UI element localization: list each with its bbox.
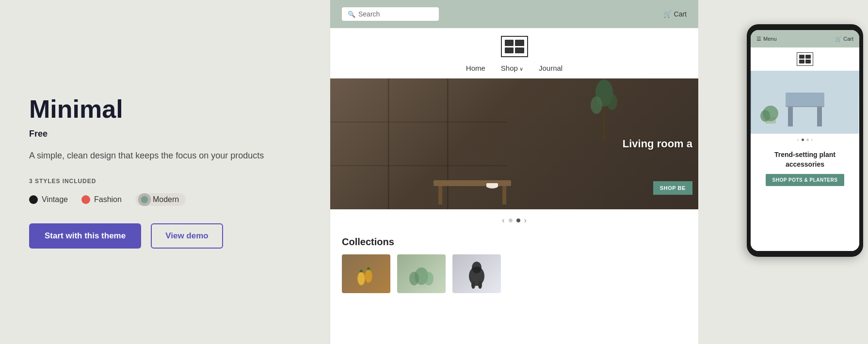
hero-dot-1[interactable] (509, 219, 513, 222)
search-placeholder: Search (358, 10, 380, 18)
collection-card-bird[interactable] (452, 254, 501, 293)
phone-logo-cell-4 (805, 60, 811, 63)
svg-rect-31 (786, 93, 824, 106)
theme-price: Free (29, 129, 301, 139)
search-box[interactable]: 🔍 Search (342, 7, 439, 21)
phone-text-section: Trend-setting plant accessories SHOP POT… (751, 145, 859, 251)
search-icon: 🔍 (348, 11, 355, 18)
styles-label: 3 STYLES INCLUDED (29, 178, 301, 185)
bird-icon (460, 257, 494, 291)
svg-point-24 (471, 281, 475, 289)
hero-dots: ‹ › (330, 209, 698, 229)
hero-background: Living room a SHOP BE (330, 78, 698, 209)
phone-menu-link[interactable]: ☰ Menu (756, 36, 777, 42)
phone-hero (751, 71, 859, 134)
phone-prev-arrow[interactable]: ‹ (797, 137, 799, 142)
cart-link[interactable]: 🛒 Cart (663, 10, 687, 18)
styles-row: Vintage Fashion Modern (29, 193, 301, 206)
phone-mockup: ☰ Menu 🛒 Cart (747, 24, 863, 257)
collection-card-pineapples[interactable] (342, 254, 390, 293)
view-demo-button[interactable]: View demo (151, 223, 223, 249)
logo-cell-3 (505, 47, 514, 54)
hero-next-arrow[interactable]: › (524, 216, 527, 225)
svg-rect-4 (603, 103, 605, 141)
buttons-row: Start with this theme View demo (29, 223, 301, 249)
svg-rect-27 (788, 107, 793, 126)
cart-icon: 🛒 (663, 10, 672, 18)
svg-point-20 (424, 272, 434, 285)
style-option-vintage[interactable]: Vintage (29, 195, 68, 204)
collection-card-plants[interactable] (397, 254, 446, 293)
hero-cup-svg (485, 179, 499, 189)
hamburger-icon: ☰ (756, 36, 761, 42)
desktop-mockup: 🔍 Search 🛒 Cart Home Shop Journal (330, 0, 698, 344)
nav-links: Home Shop Journal (466, 64, 563, 72)
hero-plant-svg (591, 78, 617, 141)
style-option-fashion[interactable]: Fashion (81, 195, 122, 204)
style-fashion-label: Fashion (94, 195, 122, 204)
dot-modern-icon (140, 195, 149, 204)
desktop-nav: Home Shop Journal (330, 28, 698, 78)
left-panel: Minimal Free A simple, clean design that… (0, 0, 330, 344)
svg-rect-12 (486, 183, 498, 187)
phone-heading: Trend-setting plant accessories (756, 150, 853, 169)
collections-title: Collections (342, 236, 687, 248)
phone-logo (797, 52, 813, 66)
cart-label: Cart (674, 10, 687, 18)
phone-logo-cell-2 (805, 55, 811, 59)
logo-cell-2 (515, 40, 524, 46)
phone-menu-label: Menu (763, 36, 777, 42)
collections-grid (342, 254, 687, 293)
style-vintage-label: Vintage (42, 195, 68, 204)
svg-point-7 (607, 94, 617, 110)
phone-logo-area (751, 47, 859, 71)
theme-title: Minimal (29, 95, 301, 123)
phone-hero-image (751, 71, 859, 134)
right-panel: 🔍 Search 🛒 Cart Home Shop Journal (330, 0, 868, 344)
style-option-modern[interactable]: Modern (135, 193, 186, 206)
phone-hero-svg (752, 71, 858, 134)
hero-shop-button[interactable]: SHOP BE (653, 181, 692, 195)
logo-cell-1 (505, 40, 514, 46)
nav-shop[interactable]: Shop (501, 64, 523, 72)
svg-point-14 (358, 272, 365, 285)
dot-vintage-icon (29, 195, 38, 204)
phone-logo-cell-1 (799, 55, 804, 59)
pineapples-icon (352, 257, 381, 291)
svg-point-22 (472, 262, 482, 273)
svg-point-23 (478, 281, 482, 289)
phone-screen: ☰ Menu 🛒 Cart (751, 30, 859, 251)
phone-dots: ‹ › (751, 134, 859, 145)
phone-cart-label: Cart (843, 36, 853, 42)
svg-point-34 (760, 110, 770, 122)
desktop-hero: Living room a SHOP BE (330, 78, 698, 209)
phone-logo-cell-3 (799, 60, 804, 63)
phone-topbar: ☰ Menu 🛒 Cart (751, 30, 859, 47)
hero-prev-arrow[interactable]: ‹ (502, 216, 504, 225)
phone-dot-2[interactable] (806, 139, 809, 141)
start-theme-button[interactable]: Start with this theme (29, 223, 141, 249)
svg-point-19 (409, 272, 419, 285)
svg-point-6 (591, 96, 602, 114)
phone-dot-1[interactable] (802, 139, 804, 141)
logo-cell-4 (515, 47, 524, 54)
hero-text: Living room a (623, 138, 698, 150)
svg-point-16 (365, 270, 372, 282)
theme-description: A simple, clean design that keeps the fo… (29, 149, 301, 163)
plants-icon (402, 257, 441, 291)
phone-shop-button[interactable]: SHOP POTS & PLANTERS (766, 174, 845, 186)
logo (501, 36, 528, 57)
svg-rect-10 (502, 186, 506, 204)
style-modern-label: Modern (153, 195, 179, 204)
svg-rect-28 (817, 107, 822, 126)
svg-rect-9 (438, 186, 442, 204)
phone-cart-icon: 🛒 (835, 36, 842, 42)
desktop-topbar: 🔍 Search 🛒 Cart (330, 0, 698, 28)
dot-fashion-icon (81, 195, 90, 204)
hero-dot-2[interactable] (516, 219, 520, 222)
phone-next-arrow[interactable]: › (811, 137, 813, 142)
phone-cart-link[interactable]: 🛒 Cart (835, 36, 853, 42)
nav-journal[interactable]: Journal (539, 64, 563, 72)
collections-section: Collections (330, 229, 698, 293)
nav-home[interactable]: Home (466, 64, 485, 72)
